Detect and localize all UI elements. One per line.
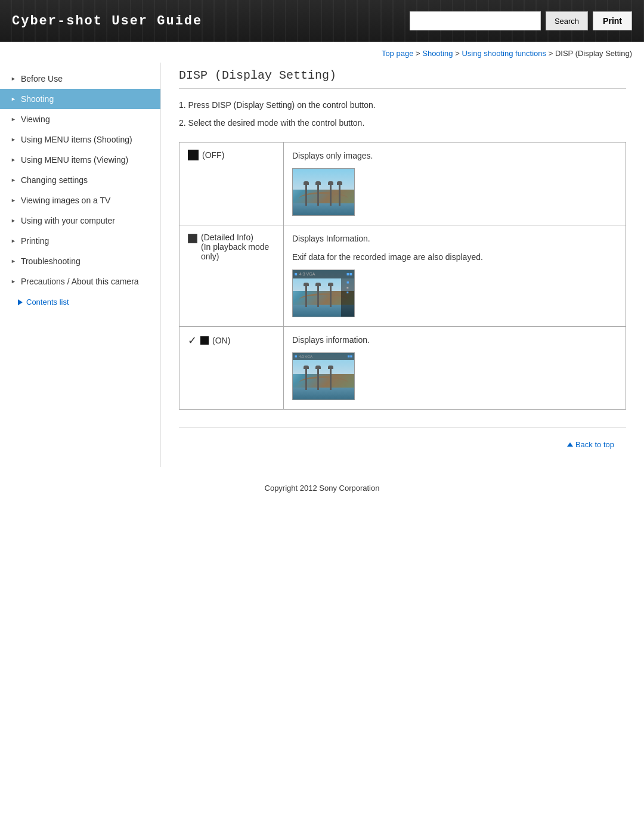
on-info2: 4:3 VGA <box>299 355 312 358</box>
info-bar-detail: ■ 4:3 VGA ■■ <box>293 270 354 278</box>
sidebar-item-printing[interactable]: ► Printing <box>0 231 160 251</box>
on-icon-row: ✓ (ON) <box>188 334 275 347</box>
on-label: (ON) <box>212 336 230 345</box>
sidebar-item-troubleshooting[interactable]: ► Troubleshooting <box>0 251 160 271</box>
off-camera-image <box>292 168 355 216</box>
disp-table: (OFF) Displays only images. <box>179 142 626 410</box>
detail-grid-icon <box>188 234 197 243</box>
sidebar-arrow-precautions: ► <box>11 278 16 284</box>
table-cell-desc-on: Displays information. <box>284 326 626 409</box>
sidebar-item-shooting[interactable]: ► Shooting <box>0 89 160 109</box>
lamppost1-top-detail <box>304 283 309 286</box>
sidebar-label-changing: Changing settings <box>21 175 88 185</box>
lamppost3-top-on <box>328 366 333 369</box>
info-text1: 4:3 VGA <box>299 272 315 276</box>
detail-sublabel: (In playback mode only) <box>201 242 269 261</box>
sidebar-label-printing: Printing <box>21 236 49 246</box>
detail-label-group: (Detailed Info) (In playback mode only) <box>201 233 275 261</box>
breadcrumb-sep3: > <box>549 49 555 58</box>
sidebar-label-viewing: Viewing <box>21 114 50 124</box>
contents-list-label: Contents list <box>26 298 69 306</box>
footer-bar: Back to top <box>179 434 626 455</box>
copyright: Copyright 2012 Sony Corporation <box>0 479 644 504</box>
sidebar-item-precautions[interactable]: ► Precautions / About this camera <box>0 271 160 292</box>
detail-label: (Detailed Info) <box>201 233 253 242</box>
detail-description2: Exif data for the recorded image are als… <box>292 251 617 264</box>
sidebar-arrow-viewing: ► <box>11 116 16 122</box>
info-icon2: ■■ <box>346 271 352 277</box>
breadcrumb-using-shooting[interactable]: Using shooting functions <box>462 49 546 58</box>
off-icon-row: (OFF) <box>188 150 275 160</box>
lamppost2-detail <box>317 286 319 307</box>
lamppost2-top-on <box>315 366 321 369</box>
content-area: DISP (Display Setting) 1. Press DISP (Di… <box>161 63 644 467</box>
checkmark-icon: ✓ <box>188 334 197 347</box>
lamppost2-top-detail <box>315 283 321 286</box>
info-icon1: ■ <box>295 271 298 277</box>
sidebar-arrow-changing: ► <box>11 177 16 183</box>
lamppost2-top-off <box>315 181 321 185</box>
sidebar: ► Before Use ► Shooting ► Viewing ► Usin… <box>0 63 161 467</box>
table-row: (OFF) Displays only images. <box>179 142 626 225</box>
triangle-up-icon <box>567 442 573 447</box>
breadcrumb-sep2: > <box>455 49 462 58</box>
sidebar-item-viewing[interactable]: ► Viewing <box>0 109 160 129</box>
side-info-item1: ■ <box>346 280 349 284</box>
print-button[interactable]: Print <box>593 11 632 30</box>
bridge-scene-off <box>293 169 354 215</box>
sidebar-label-menu-shooting: Using MENU items (Shooting) <box>21 135 132 144</box>
sidebar-arrow-computer: ► <box>11 218 16 224</box>
off-description: Displays only images. <box>292 150 617 162</box>
detail-icon-row: (Detailed Info) (In playback mode only) <box>188 233 275 261</box>
lamppost3-detail <box>330 286 332 307</box>
page-title: DISP (Display Setting) <box>179 69 626 89</box>
sidebar-arrow-tv: ► <box>11 197 16 203</box>
lamppost1-on <box>305 369 307 390</box>
lamppost3-top-detail <box>328 283 333 286</box>
sidebar-label-precautions: Precautions / About this camera <box>21 277 139 286</box>
back-to-top-link[interactable]: Back to top <box>567 440 614 449</box>
sidebar-item-before-use[interactable]: ► Before Use <box>0 69 160 89</box>
sidebar-label-before-use: Before Use <box>21 74 63 83</box>
sidebar-item-changing-settings[interactable]: ► Changing settings <box>0 170 160 190</box>
table-cell-icon-on: ✓ (ON) <box>179 326 284 409</box>
header-controls: Search Print <box>410 11 632 30</box>
side-info-item3: ■ <box>346 290 349 294</box>
detail-camera-image: ■ 4:3 VGA ■■ ■ ■ ■ <box>292 270 355 317</box>
lamppost4-off <box>339 185 340 206</box>
step2-text: 2. Select the desired mode with the cont… <box>179 116 626 129</box>
sidebar-label-computer: Using with your computer <box>21 216 115 225</box>
sidebar-label-troubleshooting: Troubleshooting <box>21 256 80 266</box>
sidebar-item-computer[interactable]: ► Using with your computer <box>0 210 160 231</box>
sidebar-label-shooting: Shooting <box>21 94 54 104</box>
on-black-square-icon <box>200 336 209 345</box>
sidebar-arrow-troubleshooting: ► <box>11 258 16 264</box>
sidebar-item-menu-viewing[interactable]: ► Using MENU items (Viewing) <box>0 150 160 170</box>
sidebar-arrow-printing: ► <box>11 238 16 244</box>
breadcrumb-shooting[interactable]: Shooting <box>422 49 453 58</box>
lamppost3-top-off <box>328 181 333 185</box>
sidebar-arrow-menu-viewing: ► <box>11 157 16 163</box>
table-cell-desc-off: Displays only images. <box>284 142 626 225</box>
step1-text: 1. Press DISP (Display Setting) on the c… <box>179 98 626 112</box>
breadcrumb-top-page[interactable]: Top page <box>382 49 414 58</box>
sidebar-label-menu-viewing: Using MENU items (Viewing) <box>21 155 128 165</box>
table-row: ✓ (ON) Displays information. <box>179 326 626 409</box>
on-info1: ■ <box>295 354 297 358</box>
on-description: Displays information. <box>292 334 617 346</box>
search-input[interactable] <box>410 11 541 30</box>
off-label: (OFF) <box>202 150 224 160</box>
off-black-square-icon <box>188 150 199 160</box>
sidebar-item-viewing-tv[interactable]: ► Viewing images on a TV <box>0 190 160 210</box>
on-camera-image: ■ 4:3 VGA ■■ <box>292 352 355 400</box>
header: Cyber-shot User Guide Search Print <box>0 0 644 42</box>
search-button[interactable]: Search <box>546 11 588 30</box>
sidebar-item-menu-shooting[interactable]: ► Using MENU items (Shooting) <box>0 129 160 150</box>
sidebar-label-tv: Viewing images on a TV <box>21 196 110 205</box>
lamppost2-on <box>317 369 319 390</box>
lamppost2-off <box>317 185 319 206</box>
sidebar-arrow-shooting: ► <box>11 96 16 102</box>
sidebar-arrow-menu-shooting: ► <box>11 137 16 143</box>
footer-divider <box>179 428 626 428</box>
contents-list-link[interactable]: Contents list <box>0 292 160 312</box>
